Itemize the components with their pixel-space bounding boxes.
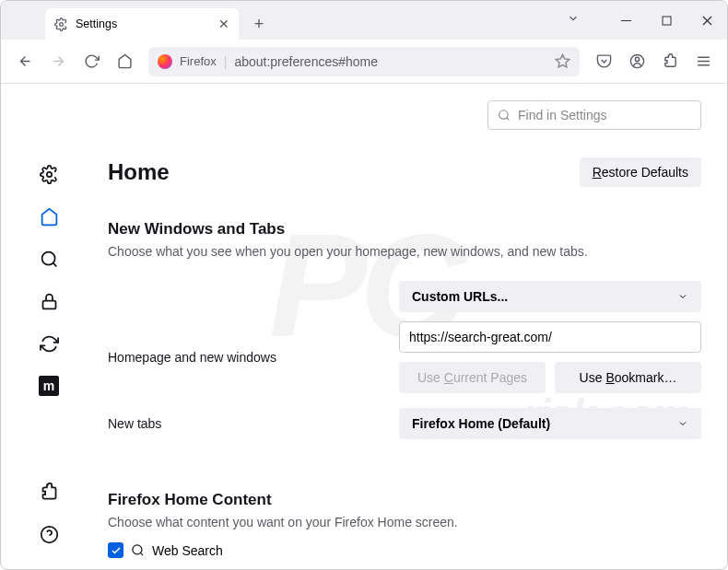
section-desc-windows-tabs: Choose what you see when you open your h…	[108, 244, 701, 259]
chevron-down-icon	[677, 418, 688, 429]
menu-button[interactable]	[688, 47, 718, 76]
sidebar-item-search[interactable]	[30, 240, 67, 277]
newtabs-label: New tabs	[108, 416, 384, 431]
tab-title: Settings	[76, 17, 117, 30]
use-bookmark-button[interactable]: Use Bookmark…	[555, 362, 701, 393]
restore-label: estore Defaults	[602, 165, 688, 180]
homepage-url-input[interactable]	[399, 321, 701, 353]
sidebar: m	[1, 84, 97, 569]
mozilla-icon: m	[39, 376, 59, 396]
address-separator: |	[224, 54, 228, 69]
search-icon	[131, 543, 145, 557]
main-content: Find in Settings Home Restore Defaults N…	[97, 84, 727, 569]
sidebar-item-more[interactable]: m	[30, 367, 67, 404]
newtabs-select-value: Firefox Home (Default)	[412, 416, 550, 431]
sidebar-item-help[interactable]	[30, 516, 67, 553]
address-url: about:preferences#home	[234, 54, 378, 69]
sidebar-item-extensions[interactable]	[30, 473, 67, 510]
homepage-label: Homepage and new windows	[108, 350, 384, 365]
svg-marker-7	[556, 54, 569, 66]
section-desc-home-content: Choose what content you want on your Fir…	[108, 515, 701, 529]
pocket-button[interactable]	[589, 47, 618, 76]
home-button[interactable]	[110, 47, 139, 76]
svg-point-21	[133, 545, 142, 554]
search-placeholder: Find in Settings	[518, 108, 607, 122]
svg-line-20	[507, 118, 510, 121]
svg-rect-16	[42, 300, 55, 308]
svg-point-14	[41, 251, 54, 264]
address-label: Firefox	[180, 54, 217, 68]
tabs-dropdown-icon[interactable]	[567, 12, 580, 25]
chevron-down-icon	[677, 291, 688, 302]
account-button[interactable]	[622, 47, 652, 76]
firefox-logo-icon	[158, 54, 172, 69]
new-tab-button[interactable]: +	[246, 11, 272, 37]
sidebar-item-privacy[interactable]	[30, 283, 67, 320]
tab-bar: Settings ✕ +	[1, 1, 727, 40]
use-current-pages-button[interactable]: Use Current Pages	[399, 362, 546, 393]
section-heading-windows-tabs: New Windows and Tabs	[108, 220, 701, 238]
svg-point-0	[60, 22, 64, 26]
svg-line-22	[140, 553, 143, 555]
toolbar: Firefox | about:preferences#home	[1, 40, 727, 84]
section-heading-home-content: Firefox Home Content	[108, 491, 701, 509]
svg-point-13	[46, 171, 51, 176]
reload-button[interactable]	[76, 47, 106, 76]
sidebar-item-general[interactable]	[30, 156, 67, 192]
bookmark-star-icon[interactable]	[555, 53, 570, 69]
homepage-select[interactable]: Custom URLs...	[399, 281, 701, 312]
svg-point-19	[499, 111, 508, 119]
search-icon	[498, 109, 511, 122]
page-title: Home	[108, 159, 170, 185]
forward-button[interactable]	[43, 47, 73, 76]
close-button[interactable]	[687, 1, 727, 40]
window-controls	[605, 1, 727, 40]
gear-icon	[54, 17, 68, 31]
extensions-button[interactable]	[655, 47, 685, 76]
svg-rect-2	[663, 17, 671, 25]
homepage-select-value: Custom URLs...	[412, 289, 508, 304]
sidebar-item-sync[interactable]	[30, 325, 67, 362]
settings-search[interactable]: Find in Settings	[487, 100, 701, 130]
newtabs-select[interactable]: Firefox Home (Default)	[399, 408, 701, 439]
websearch-label: Web Search	[152, 543, 223, 558]
maximize-button[interactable]	[646, 1, 687, 40]
tab-settings[interactable]: Settings ✕	[45, 8, 239, 40]
back-button[interactable]	[10, 47, 40, 76]
restore-defaults-button[interactable]: Restore Defaults	[580, 157, 701, 187]
svg-line-15	[53, 262, 56, 266]
minimize-button[interactable]	[605, 1, 646, 40]
websearch-checkbox[interactable]	[108, 542, 123, 558]
sidebar-item-home[interactable]	[30, 198, 67, 235]
svg-point-9	[635, 57, 639, 61]
address-bar[interactable]: Firefox | about:preferences#home	[148, 47, 580, 76]
close-icon[interactable]: ✕	[218, 17, 229, 31]
